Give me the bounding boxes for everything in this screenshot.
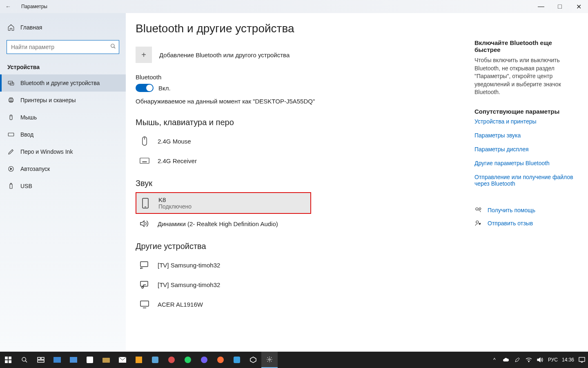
home-icon <box>7 24 15 31</box>
svg-rect-16 <box>11 183 12 184</box>
taskbar-app[interactable] <box>196 352 212 368</box>
tip-title: Включайте Bluetooth еще быстрее <box>474 39 578 53</box>
device-row[interactable]: ACER AL1916W <box>136 294 311 314</box>
bluetooth-devices-icon <box>7 79 15 87</box>
svg-point-49 <box>269 359 270 360</box>
svg-marker-48 <box>250 357 256 363</box>
add-device-label: Добавление Bluetooth или другого устройс… <box>159 52 290 58</box>
phone-icon <box>140 197 151 209</box>
sidebar-item-label: Принтеры и сканеры <box>20 97 76 103</box>
taskbar-app[interactable] <box>49 352 65 368</box>
tray-clock[interactable]: 14:36 <box>562 357 574 363</box>
sidebar-item-label: Bluetooth и другие устройства <box>20 80 100 86</box>
mouse-icon <box>139 135 150 147</box>
tray-wifi-icon[interactable] <box>525 356 532 364</box>
bluetooth-toggle[interactable] <box>136 84 154 92</box>
device-name: 2.4G Mouse <box>158 138 191 145</box>
svg-point-34 <box>476 208 478 210</box>
sidebar-category: Устройства <box>0 58 126 74</box>
section-other-heading: Другие устройства <box>136 242 458 251</box>
svg-rect-28 <box>140 262 148 267</box>
device-name: K8 <box>158 196 192 203</box>
get-help[interactable]: Получить помощь <box>474 206 578 214</box>
taskbar-app[interactable] <box>114 352 131 368</box>
device-row[interactable]: 2.4G Receiver <box>136 151 311 171</box>
bluetooth-label: Bluetooth <box>136 74 458 81</box>
device-name: 2.4G Receiver <box>158 157 197 164</box>
sidebar-item-label: USB <box>20 183 32 189</box>
send-feedback[interactable]: Отправить отзыв <box>474 220 578 227</box>
taskbar-app[interactable] <box>245 352 261 368</box>
taskbar-app[interactable] <box>65 352 82 368</box>
link-more-bluetooth[interactable]: Другие параметры Bluetooth <box>474 160 578 166</box>
taskbar-app[interactable] <box>229 352 245 368</box>
link-devices-printers[interactable]: Устройства и принтеры <box>474 118 578 125</box>
keyboard-icon <box>139 155 150 166</box>
task-view-button[interactable] <box>33 352 49 368</box>
search-button[interactable] <box>16 352 33 368</box>
close-button[interactable]: ✕ <box>569 0 588 13</box>
sidebar-item-mouse[interactable]: Мышь <box>0 109 126 126</box>
sidebar-home-label: Главная <box>20 24 42 31</box>
tray-language[interactable]: РУС <box>548 357 558 363</box>
sidebar-item-usb[interactable]: USB <box>0 177 126 195</box>
mouse-icon <box>7 114 15 121</box>
start-button[interactable] <box>0 352 16 368</box>
tray-pen-icon[interactable] <box>514 356 521 364</box>
tray-notifications-icon[interactable] <box>578 356 586 364</box>
device-row-highlighted[interactable]: K8 Подключено <box>136 192 311 214</box>
svg-rect-52 <box>579 357 585 361</box>
svg-rect-45 <box>38 360 44 362</box>
sidebar-home[interactable]: Главная <box>0 20 126 34</box>
svg-point-35 <box>479 208 481 210</box>
device-name: [TV] Samsung-timoh32 <box>158 281 220 288</box>
device-row[interactable]: Динамики (2- Realtek High Definition Aud… <box>136 214 311 233</box>
monitor-icon <box>139 298 150 310</box>
taskbar-app[interactable] <box>82 352 98 368</box>
back-button[interactable]: ← <box>0 3 16 10</box>
sidebar-item-label: Ввод <box>20 131 33 138</box>
sidebar-item-label: Автозапуск <box>20 166 50 172</box>
taskbar-app[interactable] <box>212 352 229 368</box>
svg-rect-46 <box>102 358 110 363</box>
minimize-button[interactable]: — <box>532 0 550 13</box>
svg-rect-44 <box>41 357 44 359</box>
get-help-label: Получить помощь <box>488 207 535 213</box>
search-input[interactable] <box>7 40 119 54</box>
device-row[interactable]: 2.4G Mouse <box>136 131 311 151</box>
device-row[interactable]: [TV] Samsung-timoh32 <box>136 255 311 275</box>
printer-icon <box>7 96 15 104</box>
taskbar: ^ РУС 14:36 <box>0 352 588 368</box>
maximize-button[interactable]: □ <box>550 0 569 13</box>
sidebar-item-bluetooth[interactable]: Bluetooth и другие устройства <box>0 74 126 92</box>
svg-point-50 <box>528 361 529 362</box>
section-audio-heading: Звук <box>136 179 458 188</box>
taskbar-app[interactable] <box>98 352 114 368</box>
taskbar-app[interactable] <box>147 352 163 368</box>
plus-icon: + <box>136 47 152 63</box>
sidebar-item-autoplay[interactable]: Автозапуск <box>0 160 126 177</box>
link-send-receive-bt[interactable]: Отправление или получение файлов через B… <box>474 174 578 187</box>
tray-chevron-icon[interactable]: ^ <box>491 356 498 364</box>
sidebar-item-printers[interactable]: Принтеры и сканеры <box>0 92 126 109</box>
sidebar-item-typing[interactable]: Ввод <box>0 126 126 143</box>
taskbar-app[interactable] <box>180 352 196 368</box>
discoverable-text: Обнаруживаемое на данный момент как "DES… <box>136 98 458 105</box>
taskbar-settings[interactable] <box>261 352 278 368</box>
sidebar-item-pen[interactable]: Перо и Windows Ink <box>0 143 126 160</box>
autoplay-icon <box>7 165 15 173</box>
tray-volume-icon[interactable] <box>537 356 544 364</box>
link-display-settings[interactable]: Параметры дисплея <box>474 146 578 153</box>
related-title: Сопутствующие параметры <box>474 108 578 115</box>
add-device-button[interactable]: + Добавление Bluetooth или другого устро… <box>136 47 458 63</box>
tip-text: Чтобы включить или выключить Bluetooth, … <box>474 56 578 96</box>
sidebar-item-label: Перо и Windows Ink <box>20 148 73 155</box>
device-row[interactable]: [TV] Samsung-timoh32 <box>136 275 311 294</box>
taskbar-app[interactable] <box>163 352 180 368</box>
feedback-icon <box>474 220 482 227</box>
device-name: ACER AL1916W <box>158 301 203 308</box>
link-sound-settings[interactable]: Параметры звука <box>474 132 578 139</box>
tray-onedrive-icon[interactable] <box>502 356 510 364</box>
svg-rect-38 <box>9 357 11 359</box>
taskbar-app[interactable] <box>131 352 147 368</box>
